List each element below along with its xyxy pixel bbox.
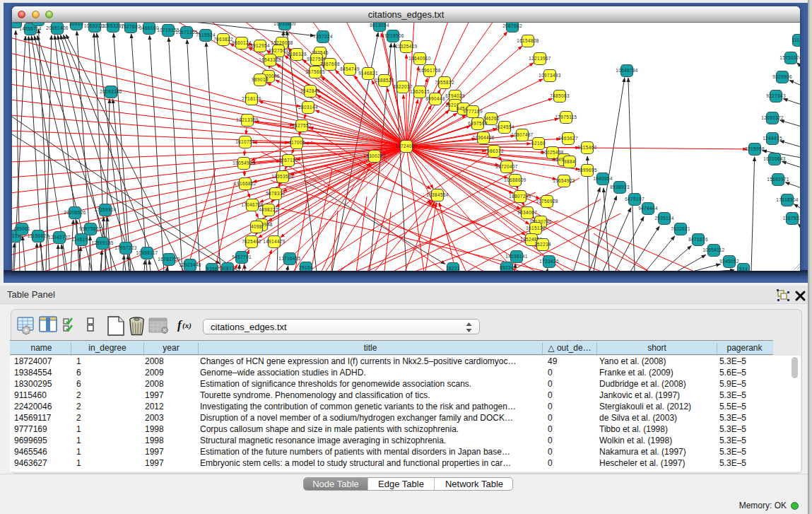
svg-text:1640954: 1640954 bbox=[593, 176, 613, 181]
svg-text:15300203: 15300203 bbox=[363, 153, 386, 158]
svg-text:6497568: 6497568 bbox=[468, 121, 488, 126]
svg-text:9474444: 9474444 bbox=[638, 206, 658, 211]
svg-text:10756928: 10756928 bbox=[536, 199, 558, 204]
svg-text:6479197: 6479197 bbox=[625, 197, 645, 201]
svg-text:19654923: 19654923 bbox=[553, 178, 575, 183]
svg-text:12213369: 12213369 bbox=[236, 117, 259, 122]
svg-text:10654112: 10654112 bbox=[702, 247, 724, 252]
svg-text:19054985: 19054985 bbox=[233, 160, 255, 165]
svg-text:21364436: 21364436 bbox=[472, 135, 495, 140]
svg-text:2718176: 2718176 bbox=[242, 96, 261, 101]
svg-text:1362615: 1362615 bbox=[410, 89, 430, 94]
svg-text:9356: 9356 bbox=[206, 267, 218, 271]
svg-text:15226058: 15226058 bbox=[271, 40, 293, 45]
svg-text:14914479: 14914479 bbox=[263, 239, 286, 244]
svg-text:9777169: 9777169 bbox=[463, 109, 483, 114]
svg-text:8322037: 8322037 bbox=[393, 84, 413, 89]
svg-text:16154808: 16154808 bbox=[517, 38, 539, 43]
svg-text:8427552: 8427552 bbox=[292, 123, 312, 128]
svg-text:7663822: 7663822 bbox=[213, 37, 233, 42]
svg-text:(x): (x) bbox=[182, 321, 192, 330]
svg-text:16210643: 16210643 bbox=[763, 156, 786, 161]
svg-text:90871: 90871 bbox=[220, 266, 235, 271]
svg-text:3267110: 3267110 bbox=[278, 158, 298, 163]
svg-text:3624554: 3624554 bbox=[495, 124, 514, 129]
svg-text:1244415: 1244415 bbox=[763, 136, 782, 141]
svg-text:15720407: 15720407 bbox=[495, 164, 518, 169]
svg-text:746266: 746266 bbox=[483, 116, 500, 121]
svg-text:1527602: 1527602 bbox=[121, 24, 141, 29]
svg-text:435061: 435061 bbox=[13, 226, 30, 231]
svg-text:19384554: 19384554 bbox=[426, 192, 449, 197]
svg-text:2935114: 2935114 bbox=[654, 216, 673, 221]
svg-text:10807487: 10807487 bbox=[511, 132, 534, 137]
svg-text:1167533: 1167533 bbox=[782, 216, 800, 221]
svg-text:5878332: 5878332 bbox=[266, 191, 286, 196]
svg-text:7986372: 7986372 bbox=[484, 148, 504, 153]
svg-text:7515524: 7515524 bbox=[196, 33, 216, 37]
svg-text:20691406: 20691406 bbox=[46, 25, 69, 30]
svg-text:6794028: 6794028 bbox=[445, 93, 465, 98]
svg-text:13716485: 13716485 bbox=[278, 256, 301, 261]
svg-text:10671355: 10671355 bbox=[175, 30, 198, 35]
svg-text:62160: 62160 bbox=[531, 141, 546, 146]
svg-text:12942737: 12942737 bbox=[48, 235, 71, 240]
svg-text:10688609: 10688609 bbox=[504, 177, 526, 182]
svg-text:8186328: 8186328 bbox=[287, 52, 307, 57]
svg-text:9146821: 9146821 bbox=[358, 71, 378, 76]
svg-text:19218506: 19218506 bbox=[382, 33, 404, 38]
svg-text:18640910: 18640910 bbox=[408, 56, 431, 61]
svg-text:8938923: 8938923 bbox=[610, 185, 630, 189]
svg-text:4498222: 4498222 bbox=[259, 207, 278, 212]
svg-text:9227343: 9227343 bbox=[766, 93, 786, 98]
svg-text:17359924: 17359924 bbox=[94, 207, 117, 212]
svg-text:1733426: 1733426 bbox=[539, 259, 559, 264]
svg-text:7955812: 7955812 bbox=[435, 80, 454, 85]
svg-text:9242848: 9242848 bbox=[300, 88, 320, 93]
svg-text:18807249: 18807249 bbox=[509, 194, 531, 199]
svg-text:2087682: 2087682 bbox=[502, 23, 522, 28]
svg-text:1405: 1405 bbox=[12, 23, 21, 24]
svg-text:989018: 989018 bbox=[252, 77, 269, 82]
svg-text:7357224: 7357224 bbox=[313, 34, 333, 39]
svg-text:18221: 18221 bbox=[446, 266, 460, 271]
svg-text:20206526: 20206526 bbox=[64, 210, 86, 215]
svg-text:2803144: 2803144 bbox=[298, 105, 318, 110]
svg-text:16033809: 16033809 bbox=[273, 23, 296, 26]
svg-text:9463627: 9463627 bbox=[558, 136, 578, 141]
svg-text:1615132: 1615132 bbox=[526, 226, 546, 230]
svg-text:1145194: 1145194 bbox=[71, 237, 90, 242]
svg-text:12093372: 12093372 bbox=[761, 115, 784, 120]
svg-text:99975867: 99975867 bbox=[79, 226, 102, 231]
svg-text:252234: 252234 bbox=[534, 242, 551, 247]
svg-text:3675685: 3675685 bbox=[305, 69, 325, 74]
svg-text:15692971: 15692971 bbox=[767, 177, 789, 182]
svg-text:14055714: 14055714 bbox=[19, 26, 42, 31]
svg-text:17957223: 17957223 bbox=[114, 245, 137, 250]
svg-text:29154: 29154 bbox=[299, 265, 313, 270]
svg-text:8660124: 8660124 bbox=[232, 40, 252, 45]
svg-text:9115460: 9115460 bbox=[577, 145, 596, 150]
svg-text:12975115: 12975115 bbox=[555, 115, 577, 119]
svg-text:10958117: 10958117 bbox=[136, 250, 158, 255]
svg-text:7485063: 7485063 bbox=[550, 93, 570, 98]
svg-text:16782759: 16782759 bbox=[158, 257, 180, 262]
svg-text:8471676: 8471676 bbox=[688, 237, 708, 242]
svg-text:20053346: 20053346 bbox=[100, 89, 122, 94]
svg-text:7625402: 7625402 bbox=[242, 239, 261, 244]
svg-text:17016504: 17016504 bbox=[776, 197, 799, 202]
svg-text:9327503: 9327503 bbox=[269, 48, 288, 53]
svg-text:16543362: 16543362 bbox=[259, 57, 281, 62]
svg-text:1588520: 1588520 bbox=[375, 78, 394, 83]
svg-text:18724007: 18724007 bbox=[395, 144, 418, 148]
svg-text:89234: 89234 bbox=[500, 265, 514, 270]
svg-text:13353594: 13353594 bbox=[271, 174, 294, 179]
svg-text:12505135: 12505135 bbox=[91, 240, 114, 245]
svg-text:9327508: 9327508 bbox=[307, 57, 326, 62]
svg-text:11122: 11122 bbox=[792, 37, 800, 42]
svg-text:19166822: 19166822 bbox=[234, 181, 257, 186]
svg-text:9329906: 9329906 bbox=[772, 74, 792, 79]
svg-text:11325419: 11325419 bbox=[395, 44, 417, 49]
svg-text:7632621: 7632621 bbox=[671, 226, 690, 231]
svg-text:8813054: 8813054 bbox=[370, 23, 389, 28]
